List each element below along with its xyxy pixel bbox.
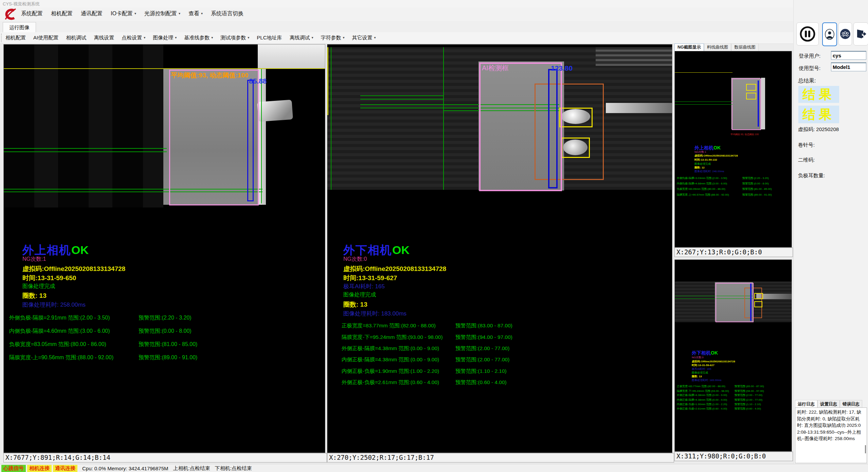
green-reference-line: [443, 47, 444, 190]
warn-range-text: 预警范围:(2.00 - 77.00): [455, 356, 509, 363]
tool-image-process[interactable]: 图像处理: [153, 35, 177, 41]
warn-range-text: 预警范围:(1.10 - 2.10): [455, 368, 507, 375]
spindle-number-field: 卷针号:: [798, 142, 815, 148]
tab-setting-log[interactable]: 设置日志: [817, 400, 840, 408]
warn-range-text: 预警范围:(2.00 - 77.00): [455, 345, 509, 352]
process-done-text: 图像处理完成: [343, 291, 376, 298]
tab-error-log[interactable]: 错误日志: [840, 400, 862, 408]
virtual-code-field: 虚拟码: 20250208: [798, 126, 839, 133]
tool-other-settings[interactable]: 其它设置: [352, 35, 376, 41]
mini-measurement-text: 外侧正极-隔膜=4.38mm 范围:(0.00 - 9.00): [677, 394, 727, 397]
menu-language-switch[interactable]: 系统语言切换: [211, 10, 243, 17]
roller-highlight: [606, 103, 672, 113]
mini-warn-text: 预警范围:(1.10 - 2.10): [735, 402, 761, 406]
tool-baseline-params[interactable]: 基准线参数: [184, 35, 213, 41]
tool-test-params[interactable]: 测试项参数: [220, 35, 249, 41]
users-group-button[interactable]: [838, 22, 852, 46]
mini-measurement-row: 外侧负极-隔膜=3.03mm 范围:(2.00 - 3.50) 预警范围:(2.…: [677, 176, 727, 180]
tool-offline-setting[interactable]: 离线设置: [94, 35, 114, 41]
menu-io-card-config[interactable]: IO卡配置: [111, 10, 136, 17]
tool-camera-debug[interactable]: 相机调试: [66, 35, 86, 41]
tool-char-params[interactable]: 字符参数: [321, 35, 345, 41]
tab-run-log[interactable]: 运行日志: [795, 400, 817, 408]
log-scrollbar[interactable]: [865, 445, 866, 453]
tab-detect-box: [561, 138, 590, 158]
mini-measurement-text: 外侧正极-负极=2.61mm 范围:(0.60 - 4.00): [677, 407, 727, 410]
tool-camera-config[interactable]: 相机配置: [5, 35, 26, 41]
mini-warn-text: 预警范围:(94.00 - 97.00): [735, 389, 764, 393]
pause-button[interactable]: [796, 22, 819, 46]
tool-offline-debug[interactable]: 离线调试: [290, 35, 313, 41]
pause-icon: [799, 25, 816, 42]
green-reference-line: [331, 47, 331, 190]
mini-measurement-text: 内侧正极-负极=1.90mm 范围:(1.00 - 2.20): [677, 403, 727, 406]
mini-warn-text: 预警范围:(2.00 - 77.00): [735, 393, 762, 397]
yellow-reference-line: [327, 47, 328, 115]
menu-comm-config[interactable]: 通讯配置: [81, 10, 103, 17]
green-reference-line: [4, 148, 167, 149]
mini-loop-count: 圈数: 12: [694, 166, 705, 169]
ng-preview-upper[interactable]: 平均阈值:93, 动态阈值:100 外上相机OK NG次数:1 虚拟码:Offl…: [674, 51, 792, 248]
camera-view-upper[interactable]: 平均阈值:93, 动态阈值:100 85.88 外上相机OK NG次数:1 虚拟…: [3, 44, 325, 453]
model-input[interactable]: [831, 62, 866, 71]
warn-range-text: 预警范围:(2.20 - 3.20): [139, 314, 192, 322]
mini-ai-elapsed: 极耳AI耗时: 165: [692, 367, 711, 371]
capture-time: 时间:13-31-59-650: [22, 274, 76, 283]
tool-spotcheck-setting[interactable]: 点检设置: [122, 35, 145, 41]
ng-sidebar: NG截图显示 料线曲线图 数据曲线图 平均阈值:93, 动态阈值:100 外上相…: [674, 43, 791, 462]
tool-plc-address[interactable]: PLC地址库: [257, 35, 282, 41]
tab-line-curve[interactable]: 料线曲线图: [704, 43, 731, 51]
capture-time: 时间:13-31-59-627: [343, 274, 397, 283]
toolbar: 相机配置 AI使用配置 相机调试 离线设置 点检设置 图像处理 基准线参数 测试…: [0, 32, 868, 44]
measurement-row: 外侧正极-隔膜=4.38mm 范围:(0.00 - 9.00) 预警范围:(2.…: [342, 345, 439, 352]
tab-ng-capture[interactable]: NG截图显示: [674, 43, 704, 51]
measurement-row: 内侧负极-隔膜=4.60mm 范围:(3.00 - 6.00) 预警范围:(0.…: [9, 328, 110, 335]
mini-measurement-row: 隔膜宽度-上=90.57mm 范围:(88.00 - 92.00) 预警范围:(…: [677, 193, 729, 197]
login-user-input[interactable]: [831, 51, 866, 60]
run-log-content[interactable]: 耗时: 222, 缺陷检测耗时: 17, 缺陷分类耗时: 0, 缺陷提取分区耗时…: [795, 407, 867, 463]
mini-virtual-code: 虚拟码:Offline20250208133134728: [692, 360, 735, 363]
menu-camera-config[interactable]: 相机配置: [51, 10, 73, 17]
threshold-overlay-text: 平均阈值:93, 动态阈值:100: [171, 71, 248, 80]
green-reference-line: [360, 99, 444, 99]
mini-warn-text: 预警范围:(2.20 - 3.20): [742, 176, 769, 180]
mini-process-done: 图像处理完成: [694, 162, 711, 166]
virtual-code: 虚拟码:Offline20250208133134728: [22, 265, 125, 273]
measurement-text: 内侧正极-负极=1.90mm 范围:(1.00 - 2.20): [342, 368, 439, 374]
tab-run-image[interactable]: 运行图像: [3, 22, 36, 32]
measure-value-text: 123.80: [551, 64, 573, 72]
measurement-text: 外侧正极-负极=2.61mm 范围:(0.60 - 4.00): [342, 379, 439, 385]
ai-elapsed: 极耳AI耗时: 165: [343, 283, 385, 290]
camera-view-lower[interactable]: AI检测框 123.80 外下相机OK NG次数:0 虚拟码:Offline20…: [327, 44, 672, 453]
warn-range-text: 预警范围:(0.00 - 8.00): [139, 328, 192, 335]
mini-measure-box: [750, 284, 752, 321]
menu-light-config[interactable]: 光源控制配置: [144, 10, 180, 17]
mini-measurement-text: 隔膜宽度-上=90.57mm 范围:(88.00 - 92.00): [677, 193, 729, 196]
mini-roi-box: [716, 283, 754, 322]
mini-capture-time: 时间:13-31-59-627: [692, 363, 715, 367]
mini-measurement-row: 外侧正极-隔膜=4.38mm 范围:(0.00 - 9.00) 预警范围:(2.…: [677, 393, 727, 397]
status-bar: 心跳信号 相机连接 通讯连接 Cpu: 0.0% Memory: 3424.41…: [0, 464, 868, 472]
tool-ai-config[interactable]: AI使用配置: [33, 35, 58, 41]
tab-data-curve[interactable]: 数据曲线图: [731, 43, 759, 51]
mini-ng-count: NG次数:0: [692, 356, 704, 359]
result-badge-lower: 结果: [798, 106, 839, 123]
mini-measurement-text: 隔膜宽度-下=95.24mm 范围:(93.00 - 98.00): [677, 389, 729, 393]
negative-tab-count-field: 负极耳数量:: [798, 173, 825, 179]
ng-preview-lower[interactable]: 外下相机OK NG次数:0 虚拟码:Offline202502081331347…: [674, 259, 792, 452]
measurement-row: 正极宽度=83.77mm 范围:(82.00 - 88.00) 预警范围:(83…: [342, 322, 436, 329]
mini-measurement-text: 内侧负极-隔膜=4.68mm 范围:(3.00 - 6.00): [677, 182, 727, 185]
user-icon: [825, 29, 835, 40]
right-panel: 登录用户: 使用型号: 总结果: 结果 结果 虚拟码: 20250208 卷针号…: [793, 0, 868, 464]
process-elapsed: 图像处理耗时: 183.00ms: [343, 310, 406, 317]
exit-button[interactable]: [853, 22, 868, 46]
title-bar: CYS-视觉检测系统 ─ ❐ ✕: [0, 0, 868, 7]
measure-roi-box: [548, 69, 558, 188]
cursor-coordinates-lower: X:270;Y:2502;R:17;G:17;B:17: [327, 453, 674, 462]
process-elapsed: 图像处理耗时: 258.00ms: [22, 301, 86, 309]
yellow-reference-line: [675, 72, 733, 73]
mini-measurement-row: 外侧正极-负极=2.61mm 范围:(0.60 - 4.00) 预警范围:(0.…: [677, 407, 727, 411]
user-button[interactable]: [822, 22, 837, 46]
menu-system-config[interactable]: 系统配置: [21, 10, 43, 17]
menu-view[interactable]: 查看: [188, 10, 203, 17]
